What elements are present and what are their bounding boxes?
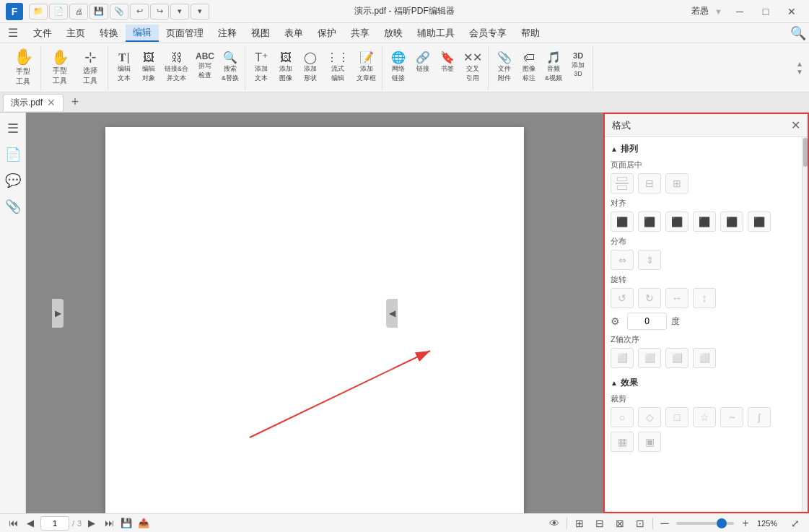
align-hcenter-btn[interactable]: ⬛	[638, 212, 661, 232]
close-btn[interactable]: ✕	[780, 4, 803, 19]
status-view4-btn[interactable]: ⊡	[632, 515, 648, 531]
menu-hamburger[interactable]: ☰	[3, 25, 23, 42]
audio-video-btn[interactable]: 🎵 音频&视频	[542, 51, 565, 84]
section-arrange-header[interactable]: ▲ 排列	[611, 143, 796, 155]
undo-btn[interactable]: ↩	[130, 4, 149, 19]
spell-btn[interactable]: ABC 拼写检查	[193, 51, 217, 84]
save-current-btn[interactable]: 💾	[119, 516, 134, 531]
zoom-plus-btn[interactable]: +	[738, 516, 753, 531]
add-article-btn[interactable]: 📝 添加文章框	[354, 51, 379, 84]
select-tool-btn2[interactable]: ⊹ 选择工具	[76, 48, 105, 88]
menu-home[interactable]: 主页	[59, 25, 92, 42]
menu-help[interactable]: 帮助	[514, 25, 547, 42]
rotate-angle-input[interactable]	[627, 313, 667, 330]
prev-page-btn[interactable]: ◀	[23, 516, 38, 531]
add-image-btn[interactable]: 🖼 添加图像	[274, 51, 297, 84]
link-btn[interactable]: 🔗 链接	[411, 51, 434, 84]
align-left-btn[interactable]: ⬛	[611, 212, 634, 232]
align-bottom-btn[interactable]: ⬛	[748, 212, 771, 232]
page-input[interactable]	[40, 516, 69, 531]
new-tab-btn[interactable]: 📄	[49, 4, 68, 19]
crop-wave-btn[interactable]: ～	[720, 407, 743, 427]
sidebar-attach-btn[interactable]: 📎	[3, 196, 23, 217]
crop-ellipse-btn[interactable]: ○	[611, 407, 634, 427]
send-back-btn[interactable]: ⬜	[693, 348, 716, 368]
crop-diamond-btn[interactable]: ◇	[638, 407, 661, 427]
export-btn[interactable]: 📤	[136, 516, 151, 531]
status-view1-btn[interactable]: ⊞	[572, 515, 587, 531]
add-shape-btn[interactable]: ◯ 添加形状	[299, 51, 322, 84]
crop-s-btn[interactable]: ∫	[748, 407, 771, 427]
toolbar-scroll-right[interactable]: ▲▼	[796, 46, 803, 90]
panel-scrollbar-thumb[interactable]	[803, 138, 808, 167]
maximize-btn[interactable]: □	[754, 4, 777, 19]
align-right-btn[interactable]: ⬛	[665, 212, 688, 232]
flip-v-btn[interactable]: ↕	[693, 288, 716, 308]
flip-h-btn[interactable]: ↔	[665, 288, 688, 308]
crop-rect-btn[interactable]: □	[665, 407, 688, 427]
file-attach-btn[interactable]: 📎 文件附件	[493, 51, 516, 84]
sidebar-comment-btn[interactable]: 💬	[3, 170, 23, 191]
bring-forward-btn[interactable]: ⬜	[638, 348, 661, 368]
search-replace-btn[interactable]: 🔍 搜索&替换	[219, 51, 242, 84]
redo-btn[interactable]: ↪	[150, 4, 169, 19]
zoom-minus-btn[interactable]: ─	[657, 516, 672, 531]
new-tab-btn[interactable]: +	[66, 94, 84, 111]
align-vcenter-btn[interactable]: ⬛	[720, 212, 743, 232]
v-center-btn[interactable]: ⊟	[638, 173, 661, 193]
canvas-nav-left[interactable]: ▶	[52, 299, 64, 328]
crop-frame-btn[interactable]: ▣	[638, 432, 661, 452]
align-top-btn[interactable]: ⬛	[693, 212, 716, 232]
attach-btn[interactable]: 📎	[110, 4, 128, 19]
edit-text-btn[interactable]: 𝐓| 编辑文本	[113, 51, 136, 84]
next-page-btn[interactable]: ▶	[84, 516, 99, 531]
sidebar-thumbnail-btn[interactable]: ☰	[3, 118, 23, 139]
send-backward-btn[interactable]: ⬜	[665, 348, 688, 368]
status-view2-btn[interactable]: ⊟	[592, 515, 608, 531]
status-view3-btn[interactable]: ⊠	[612, 515, 628, 531]
last-page-btn[interactable]: ⏭	[102, 516, 116, 531]
menu-tool[interactable]: 辅助工具	[410, 25, 462, 42]
edit-obj-btn[interactable]: 🖼 编辑对象	[137, 51, 160, 84]
print-btn[interactable]: 🖨	[69, 4, 88, 19]
menu-present[interactable]: 放映	[377, 25, 410, 42]
tab-close-btn[interactable]: ✕	[47, 97, 56, 108]
rotate-right-btn[interactable]: ↻	[638, 288, 661, 308]
fullscreen-btn[interactable]: ⤢	[787, 515, 803, 531]
crop-star-btn[interactable]: ☆	[693, 407, 716, 427]
crop-grid-btn[interactable]: ▦	[611, 432, 634, 452]
hand-tool-btn2[interactable]: ✋ 手型工具	[45, 48, 74, 88]
dist-h-btn[interactable]: ⇔	[611, 250, 634, 270]
web-link-btn[interactable]: 🌐 网络链接	[387, 51, 410, 84]
search-icon[interactable]: 🔍	[790, 25, 806, 41]
cross-ref-btn[interactable]: ✕✕ 交叉引用	[460, 51, 485, 84]
user-dropdown-icon[interactable]: ▼	[714, 7, 722, 16]
doc-tab-demo[interactable]: 演示.pdf ✕	[3, 94, 64, 111]
bring-front-btn[interactable]: ⬜	[611, 348, 634, 368]
section-effect-header[interactable]: ▲ 效果	[611, 377, 796, 389]
menu-form[interactable]: 表单	[277, 25, 310, 42]
menu-edit[interactable]: 编辑	[126, 25, 159, 42]
bookmark-btn[interactable]: 🔖 书签	[436, 51, 459, 84]
sidebar-page-btn[interactable]: 📄	[3, 144, 23, 165]
minimize-btn[interactable]: ─	[728, 4, 751, 19]
menu-vip[interactable]: 会员专享	[462, 25, 514, 42]
menu-page[interactable]: 页面管理	[159, 25, 211, 42]
link-merge-btn[interactable]: ⛓ 链接&合并文本	[162, 51, 191, 84]
menu-view[interactable]: 视图	[244, 25, 277, 42]
flow-edit-btn[interactable]: ⋮⋮ 流式编辑	[323, 51, 352, 84]
panel-close-btn[interactable]: ✕	[791, 118, 800, 132]
add-text-btn[interactable]: T⁺ 添加文本	[250, 51, 273, 84]
h-center-btn[interactable]	[611, 173, 634, 193]
image-mark-btn[interactable]: 🏷 图像标注	[517, 51, 541, 84]
zoom-slider[interactable]	[676, 522, 734, 525]
canvas-nav-right[interactable]: ◀	[386, 299, 398, 328]
menu-comment[interactable]: 注释	[211, 25, 244, 42]
hand-tool-btn[interactable]: ✋ 手型工具	[9, 47, 38, 89]
first-page-btn[interactable]: ⏮	[6, 516, 20, 531]
dropdown-btn[interactable]: ▾	[170, 4, 189, 19]
more-btn[interactable]: ▾	[191, 4, 209, 19]
menu-share[interactable]: 共享	[344, 25, 377, 42]
panel-scrollbar-track[interactable]	[802, 137, 808, 512]
rotate-left-btn[interactable]: ↺	[611, 288, 634, 308]
